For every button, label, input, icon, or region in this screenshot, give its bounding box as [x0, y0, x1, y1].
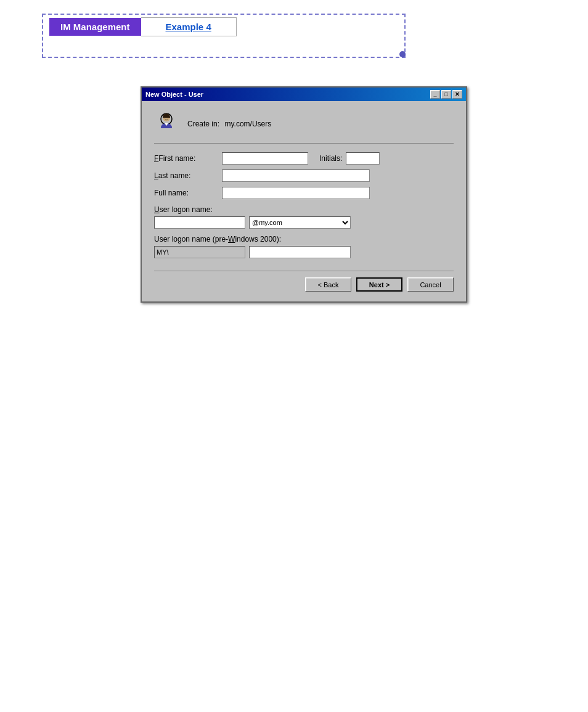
pre-logon-input[interactable]	[249, 246, 351, 258]
last-name-label: Last name:	[154, 171, 222, 180]
last-name-input[interactable]	[222, 170, 370, 182]
logon-row: @my.com	[154, 216, 454, 229]
full-name-label: Full name:	[154, 189, 222, 197]
cancel-button[interactable]: Cancel	[407, 277, 454, 292]
im-management-tab: IM Management	[49, 18, 141, 36]
fullname-row: Full name:	[154, 187, 454, 199]
pre-windows-section: User logon name (pre-Windows 2000):	[154, 235, 454, 258]
full-name-input[interactable]	[222, 187, 370, 199]
back-button[interactable]: < Back	[305, 277, 351, 292]
maximize-button[interactable]: □	[441, 90, 451, 99]
dialog-body: Create in: my.com/Users FFirst name: Ini…	[142, 101, 466, 301]
initials-input[interactable]	[346, 152, 380, 165]
close-button[interactable]: ✕	[452, 90, 462, 99]
first-name-input[interactable]	[222, 152, 308, 165]
domain-select[interactable]: @my.com	[249, 216, 351, 229]
create-in-label: Create in:	[187, 120, 219, 128]
logon-section: User logon name: @my.com	[154, 205, 454, 229]
pre-windows-label: User logon name (pre-Windows 2000):	[154, 235, 454, 243]
svg-point-4	[168, 117, 169, 118]
buttons-row: < Back Next > Cancel	[154, 271, 454, 292]
initials-label: Initials:	[319, 154, 342, 163]
pre-windows-row	[154, 246, 454, 258]
example-tab: Example 4	[141, 17, 237, 36]
create-in-info: Create in: my.com/Users	[187, 118, 271, 129]
dialog-title: New Object - User	[145, 91, 203, 98]
firstname-row: FFirst name: Initials:	[154, 152, 454, 165]
lastname-row: Last name:	[154, 170, 454, 182]
minimize-button[interactable]: _	[430, 90, 440, 99]
svg-point-3	[165, 117, 166, 118]
dialog-title-bar: New Object - User _ □ ✕	[142, 88, 466, 101]
netbios-domain-input	[154, 246, 245, 258]
logon-name-label: User logon name:	[154, 205, 454, 214]
user-icon	[154, 111, 179, 136]
title-bar-buttons: _ □ ✕	[430, 90, 462, 99]
accent-dot	[399, 51, 406, 57]
new-object-user-dialog: New Object - User _ □ ✕	[141, 86, 467, 303]
first-name-label: FFirst name:	[154, 154, 222, 163]
create-in-path: my.com/Users	[224, 120, 271, 128]
logon-name-input[interactable]	[154, 216, 245, 229]
header-area: IM Management Example 4	[49, 17, 237, 36]
divider	[154, 143, 454, 144]
create-in-row: Create in: my.com/Users	[154, 111, 454, 136]
next-button[interactable]: Next >	[356, 277, 402, 292]
